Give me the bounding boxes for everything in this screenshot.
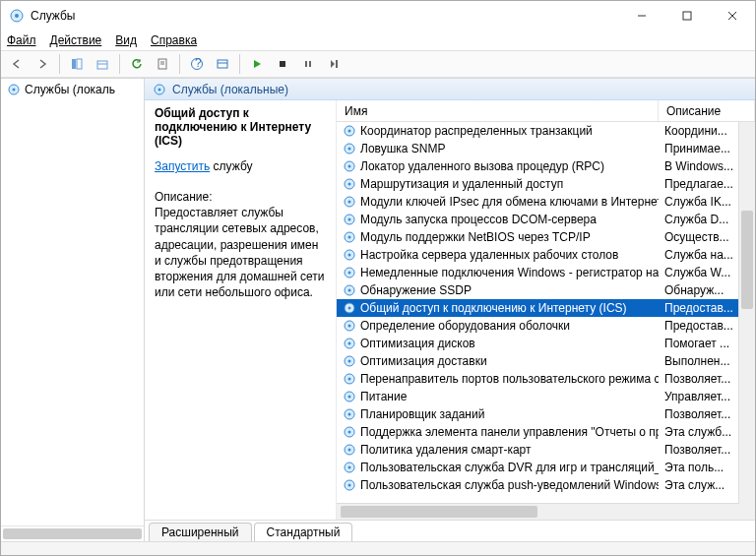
svg-rect-15 xyxy=(218,60,227,68)
help-button[interactable]: ? xyxy=(185,53,209,75)
service-row[interactable]: Оптимизация дисковПомогает ... xyxy=(337,335,755,352)
service-row[interactable]: Поддержка элемента панели управления "От… xyxy=(337,423,755,441)
svg-point-54 xyxy=(348,378,351,381)
stop-service-button[interactable] xyxy=(271,53,294,75)
tab-extended[interactable]: Расширенный xyxy=(149,523,252,541)
vertical-scrollbar[interactable] xyxy=(738,122,755,504)
forward-button[interactable] xyxy=(31,53,54,75)
svg-point-36 xyxy=(348,218,351,221)
window-title: Службы xyxy=(31,9,619,23)
menubar: Файл Действие Вид Справка xyxy=(1,31,755,50)
service-name-cell: Настройка сервера удаленных рабочих стол… xyxy=(337,248,659,262)
service-row[interactable]: Обнаружение SSDPОбнаруж... xyxy=(337,281,755,299)
service-name: Модули ключей IPsec для обмена ключами в… xyxy=(360,195,659,209)
service-actions: Запустить службу xyxy=(155,159,326,173)
service-name-cell: Обнаружение SSDP xyxy=(337,283,659,297)
svg-rect-8 xyxy=(97,61,107,69)
service-row[interactable]: Настройка сервера удаленных рабочих стол… xyxy=(337,246,755,264)
pause-service-button[interactable] xyxy=(296,53,320,75)
service-name-cell: Перенаправитель портов пользовательского… xyxy=(337,372,659,386)
service-name-cell: Пользовательская служба push-уведомлений… xyxy=(337,478,659,492)
service-name-cell: Ловушка SNMP xyxy=(337,142,659,155)
service-row[interactable]: Пользовательская служба DVR для игр и тр… xyxy=(337,459,755,476)
menu-help[interactable]: Справка xyxy=(151,33,197,47)
refresh-button[interactable] xyxy=(125,53,149,75)
service-name-cell: Поддержка элемента панели управления "От… xyxy=(337,425,659,439)
minimize-button[interactable] xyxy=(619,1,664,31)
start-service-button[interactable] xyxy=(245,53,269,75)
menu-file[interactable]: Файл xyxy=(7,33,36,47)
service-row[interactable]: Модуль поддержки NetBIOS через TCP/IPОсу… xyxy=(337,228,755,246)
svg-point-24 xyxy=(158,88,161,91)
col-description[interactable]: Описание xyxy=(659,100,755,121)
service-row[interactable]: ПитаниеУправляет... xyxy=(337,388,755,405)
svg-point-40 xyxy=(348,254,351,257)
service-row[interactable]: Перенаправитель портов пользовательского… xyxy=(337,370,755,388)
svg-point-46 xyxy=(348,307,351,310)
left-pane-hscroll[interactable] xyxy=(1,525,144,541)
menu-action[interactable]: Действие xyxy=(50,33,102,47)
services-icon xyxy=(153,83,166,96)
service-name-cell: Модули ключей IPsec для обмена ключами в… xyxy=(337,195,659,209)
service-name-cell: Пользовательская служба DVR для игр и тр… xyxy=(337,461,659,474)
tree-root[interactable]: Службы (локаль xyxy=(1,79,144,100)
rows-container: Координатор распределенных транзакцийКоо… xyxy=(337,122,755,503)
service-name-cell: Локатор удаленного вызова процедур (RPC) xyxy=(337,159,659,173)
service-name: Модуль поддержки NetBIOS через TCP/IP xyxy=(360,230,591,244)
svg-point-30 xyxy=(348,165,351,168)
service-row[interactable]: Немедленные подключения Windows - регист… xyxy=(337,264,755,281)
service-row[interactable]: Модуль запуска процессов DCOM-сервераСлу… xyxy=(337,211,755,228)
maximize-button[interactable] xyxy=(664,1,710,31)
service-row[interactable]: Общий доступ к подключению к Интернету (… xyxy=(337,299,755,317)
svg-point-32 xyxy=(348,183,351,186)
toolbar-sep xyxy=(119,54,120,74)
service-name: Перенаправитель портов пользовательского… xyxy=(360,372,659,386)
service-name: Пользовательская служба DVR для игр и тр… xyxy=(360,461,659,474)
service-row[interactable]: Пользовательская служба push-уведомлений… xyxy=(337,476,755,494)
body: Службы (локаль Службы (локальные) Общий … xyxy=(1,78,755,541)
service-row[interactable]: Политика удаления смарт-картПозволяет... xyxy=(337,441,755,459)
restart-service-button[interactable] xyxy=(322,53,346,75)
properties-button[interactable] xyxy=(151,53,174,75)
service-row[interactable]: Локатор удаленного вызова процедур (RPC)… xyxy=(337,157,755,175)
column-headers: Имя Описание xyxy=(337,100,755,122)
service-row[interactable]: Координатор распределенных транзакцийКоо… xyxy=(337,122,755,140)
tab-standard[interactable]: Стандартный xyxy=(254,523,353,541)
detail-pane: Общий доступ к подключению к Интернету (… xyxy=(145,100,337,520)
service-name: Оптимизация дисков xyxy=(360,337,475,350)
service-row[interactable]: Маршрутизация и удаленный доступПредлага… xyxy=(337,175,755,193)
service-name: Питание xyxy=(360,390,407,403)
show-hide-tree-button[interactable] xyxy=(65,53,89,75)
statusbar xyxy=(1,541,755,555)
service-row[interactable]: Определение оборудования оболочкиПредост… xyxy=(337,317,755,335)
service-name-cell: Оптимизация доставки xyxy=(337,354,659,368)
svg-rect-7 xyxy=(77,59,82,69)
back-button[interactable] xyxy=(5,53,29,75)
svg-point-38 xyxy=(348,236,351,239)
svg-text:?: ? xyxy=(195,57,202,70)
service-row[interactable]: Оптимизация доставкиВыполнен... xyxy=(337,352,755,370)
service-row[interactable]: Ловушка SNMPПринимае... xyxy=(337,140,755,157)
service-name: Поддержка элемента панели управления "От… xyxy=(360,425,659,439)
service-name: Настройка сервера удаленных рабочих стол… xyxy=(360,248,618,262)
service-row[interactable]: Планировщик заданийПозволяет... xyxy=(337,405,755,423)
service-row[interactable]: Модули ключей IPsec для обмена ключами в… xyxy=(337,193,755,211)
close-button[interactable] xyxy=(710,1,755,31)
service-name: Пользовательская служба push-уведомлений… xyxy=(360,478,659,492)
export-list-button[interactable] xyxy=(91,53,114,75)
start-link[interactable]: Запустить xyxy=(155,159,210,173)
toolbar: ? xyxy=(1,50,755,78)
horizontal-scrollbar[interactable] xyxy=(337,503,755,520)
right-pane: Службы (локальные) Общий доступ к подклю… xyxy=(145,79,755,541)
svg-point-52 xyxy=(348,360,351,363)
col-name[interactable]: Имя xyxy=(337,100,659,121)
description-label: Описание: xyxy=(155,189,326,205)
svg-point-50 xyxy=(348,342,351,345)
svg-point-60 xyxy=(348,431,351,434)
service-name-cell: Координатор распределенных транзакций xyxy=(337,124,659,138)
view-button[interactable] xyxy=(211,53,234,75)
service-name-cell: Маршрутизация и удаленный доступ xyxy=(337,177,659,191)
menu-view[interactable]: Вид xyxy=(115,33,137,47)
service-name: Координатор распределенных транзакций xyxy=(360,124,593,138)
toolbar-sep xyxy=(179,54,180,74)
